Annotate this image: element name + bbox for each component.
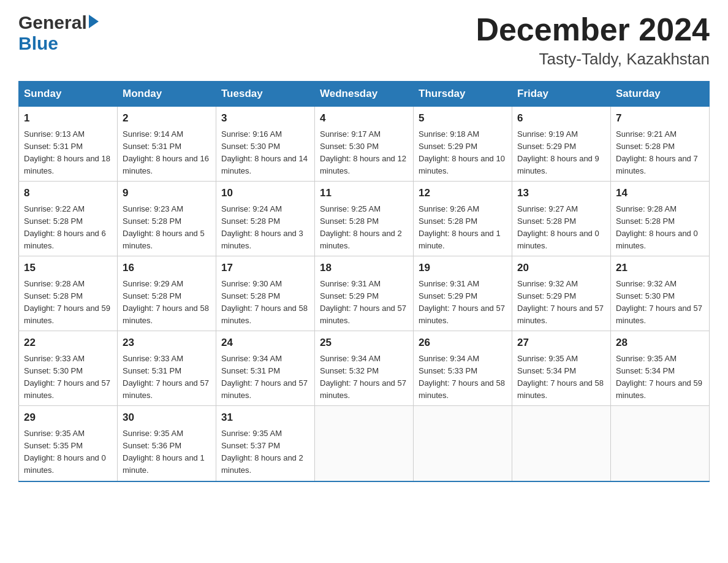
table-row: 29Sunrise: 9:35 AMSunset: 5:35 PMDayligh… xyxy=(19,406,118,481)
day-number: 22 xyxy=(24,335,112,351)
day-info: Sunrise: 9:23 AMSunset: 5:28 PMDaylight:… xyxy=(123,203,211,253)
table-row xyxy=(512,406,611,481)
table-row: 7Sunrise: 9:21 AMSunset: 5:28 PMDaylight… xyxy=(611,107,710,182)
table-row xyxy=(611,406,710,481)
table-row: 30Sunrise: 9:35 AMSunset: 5:36 PMDayligh… xyxy=(118,406,216,481)
page-header: General Blue December 2024 Tasty-Taldy, … xyxy=(18,12,710,69)
table-row: 19Sunrise: 9:31 AMSunset: 5:29 PMDayligh… xyxy=(414,256,512,331)
day-number: 18 xyxy=(320,260,408,276)
day-number: 29 xyxy=(24,410,112,426)
table-row: 16Sunrise: 9:29 AMSunset: 5:28 PMDayligh… xyxy=(118,256,216,331)
table-row: 5Sunrise: 9:18 AMSunset: 5:29 PMDaylight… xyxy=(414,107,512,182)
day-info: Sunrise: 9:34 AMSunset: 5:31 PMDaylight:… xyxy=(221,353,309,402)
week-row-5: 29Sunrise: 9:35 AMSunset: 5:35 PMDayligh… xyxy=(19,406,710,481)
day-info: Sunrise: 9:26 AMSunset: 5:28 PMDaylight:… xyxy=(419,203,507,253)
day-info: Sunrise: 9:13 AMSunset: 5:31 PMDaylight:… xyxy=(24,128,112,178)
table-row xyxy=(414,406,512,481)
day-number: 8 xyxy=(24,185,112,201)
calendar-header: Sunday Monday Tuesday Wednesday Thursday… xyxy=(19,82,710,107)
table-row: 9Sunrise: 9:23 AMSunset: 5:28 PMDaylight… xyxy=(118,182,216,256)
week-row-2: 8Sunrise: 9:22 AMSunset: 5:28 PMDaylight… xyxy=(19,182,710,256)
day-info: Sunrise: 9:34 AMSunset: 5:32 PMDaylight:… xyxy=(320,353,408,402)
day-number: 9 xyxy=(123,185,211,201)
day-info: Sunrise: 9:29 AMSunset: 5:28 PMDaylight:… xyxy=(123,278,211,327)
day-info: Sunrise: 9:35 AMSunset: 5:36 PMDaylight:… xyxy=(123,427,211,477)
day-info: Sunrise: 9:32 AMSunset: 5:29 PMDaylight:… xyxy=(517,278,605,327)
col-sunday: Sunday xyxy=(19,82,118,107)
table-row: 23Sunrise: 9:33 AMSunset: 5:31 PMDayligh… xyxy=(118,331,216,406)
col-thursday: Thursday xyxy=(414,82,512,107)
table-row: 8Sunrise: 9:22 AMSunset: 5:28 PMDaylight… xyxy=(19,182,118,256)
day-number: 21 xyxy=(616,260,704,276)
day-number: 5 xyxy=(419,110,507,126)
week-row-1: 1Sunrise: 9:13 AMSunset: 5:31 PMDaylight… xyxy=(19,107,710,182)
title-block: December 2024 Tasty-Taldy, Kazakhstan xyxy=(476,12,710,69)
day-info: Sunrise: 9:28 AMSunset: 5:28 PMDaylight:… xyxy=(616,203,704,253)
table-row: 27Sunrise: 9:35 AMSunset: 5:34 PMDayligh… xyxy=(512,331,611,406)
location-subtitle: Tasty-Taldy, Kazakhstan xyxy=(476,50,710,69)
day-number: 6 xyxy=(517,110,605,126)
day-info: Sunrise: 9:21 AMSunset: 5:28 PMDaylight:… xyxy=(616,128,704,178)
day-info: Sunrise: 9:35 AMSunset: 5:34 PMDaylight:… xyxy=(616,353,704,402)
table-row: 17Sunrise: 9:30 AMSunset: 5:28 PMDayligh… xyxy=(216,256,315,331)
col-monday: Monday xyxy=(118,82,216,107)
table-row xyxy=(315,406,414,481)
table-row: 4Sunrise: 9:17 AMSunset: 5:30 PMDaylight… xyxy=(315,107,414,182)
day-info: Sunrise: 9:17 AMSunset: 5:30 PMDaylight:… xyxy=(320,128,408,178)
table-row: 10Sunrise: 9:24 AMSunset: 5:28 PMDayligh… xyxy=(216,182,315,256)
day-number: 12 xyxy=(419,185,507,201)
day-number: 3 xyxy=(221,110,309,126)
table-row: 22Sunrise: 9:33 AMSunset: 5:30 PMDayligh… xyxy=(19,331,118,406)
day-number: 26 xyxy=(419,335,507,351)
table-row: 24Sunrise: 9:34 AMSunset: 5:31 PMDayligh… xyxy=(216,331,315,406)
day-number: 15 xyxy=(24,260,112,276)
day-info: Sunrise: 9:33 AMSunset: 5:31 PMDaylight:… xyxy=(123,353,211,402)
day-number: 24 xyxy=(221,335,309,351)
table-row: 26Sunrise: 9:34 AMSunset: 5:33 PMDayligh… xyxy=(414,331,512,406)
day-number: 13 xyxy=(517,185,605,201)
day-info: Sunrise: 9:33 AMSunset: 5:30 PMDaylight:… xyxy=(24,353,112,402)
day-number: 27 xyxy=(517,335,605,351)
day-number: 25 xyxy=(320,335,408,351)
col-friday: Friday xyxy=(512,82,611,107)
month-title: December 2024 xyxy=(476,12,710,47)
day-info: Sunrise: 9:14 AMSunset: 5:31 PMDaylight:… xyxy=(123,128,211,178)
day-info: Sunrise: 9:24 AMSunset: 5:28 PMDaylight:… xyxy=(221,203,309,253)
week-row-4: 22Sunrise: 9:33 AMSunset: 5:30 PMDayligh… xyxy=(19,331,710,406)
header-row: Sunday Monday Tuesday Wednesday Thursday… xyxy=(19,82,710,107)
day-number: 31 xyxy=(221,410,309,426)
day-info: Sunrise: 9:35 AMSunset: 5:37 PMDaylight:… xyxy=(221,427,309,477)
day-number: 20 xyxy=(517,260,605,276)
table-row: 2Sunrise: 9:14 AMSunset: 5:31 PMDaylight… xyxy=(118,107,216,182)
day-number: 16 xyxy=(123,260,211,276)
day-info: Sunrise: 9:18 AMSunset: 5:29 PMDaylight:… xyxy=(419,128,507,178)
table-row: 6Sunrise: 9:19 AMSunset: 5:29 PMDaylight… xyxy=(512,107,611,182)
day-number: 11 xyxy=(320,185,408,201)
logo-arrow-icon xyxy=(89,15,99,28)
day-number: 7 xyxy=(616,110,704,126)
table-row: 31Sunrise: 9:35 AMSunset: 5:37 PMDayligh… xyxy=(216,406,315,481)
table-row: 1Sunrise: 9:13 AMSunset: 5:31 PMDaylight… xyxy=(19,107,118,182)
day-info: Sunrise: 9:22 AMSunset: 5:28 PMDaylight:… xyxy=(24,203,112,253)
table-row: 11Sunrise: 9:25 AMSunset: 5:28 PMDayligh… xyxy=(315,182,414,256)
day-info: Sunrise: 9:28 AMSunset: 5:28 PMDaylight:… xyxy=(24,278,112,327)
week-row-3: 15Sunrise: 9:28 AMSunset: 5:28 PMDayligh… xyxy=(19,256,710,331)
day-info: Sunrise: 9:31 AMSunset: 5:29 PMDaylight:… xyxy=(419,278,507,327)
day-number: 30 xyxy=(123,410,211,426)
day-number: 19 xyxy=(419,260,507,276)
day-info: Sunrise: 9:19 AMSunset: 5:29 PMDaylight:… xyxy=(517,128,605,178)
table-row: 21Sunrise: 9:32 AMSunset: 5:30 PMDayligh… xyxy=(611,256,710,331)
day-info: Sunrise: 9:16 AMSunset: 5:30 PMDaylight:… xyxy=(221,128,309,178)
day-info: Sunrise: 9:27 AMSunset: 5:28 PMDaylight:… xyxy=(517,203,605,253)
table-row: 25Sunrise: 9:34 AMSunset: 5:32 PMDayligh… xyxy=(315,331,414,406)
table-row: 3Sunrise: 9:16 AMSunset: 5:30 PMDaylight… xyxy=(216,107,315,182)
day-number: 10 xyxy=(221,185,309,201)
day-number: 28 xyxy=(616,335,704,351)
day-info: Sunrise: 9:34 AMSunset: 5:33 PMDaylight:… xyxy=(419,353,507,402)
day-number: 2 xyxy=(123,110,211,126)
col-wednesday: Wednesday xyxy=(315,82,414,107)
table-row: 15Sunrise: 9:28 AMSunset: 5:28 PMDayligh… xyxy=(19,256,118,331)
col-tuesday: Tuesday xyxy=(216,82,315,107)
table-row: 13Sunrise: 9:27 AMSunset: 5:28 PMDayligh… xyxy=(512,182,611,256)
day-number: 17 xyxy=(221,260,309,276)
